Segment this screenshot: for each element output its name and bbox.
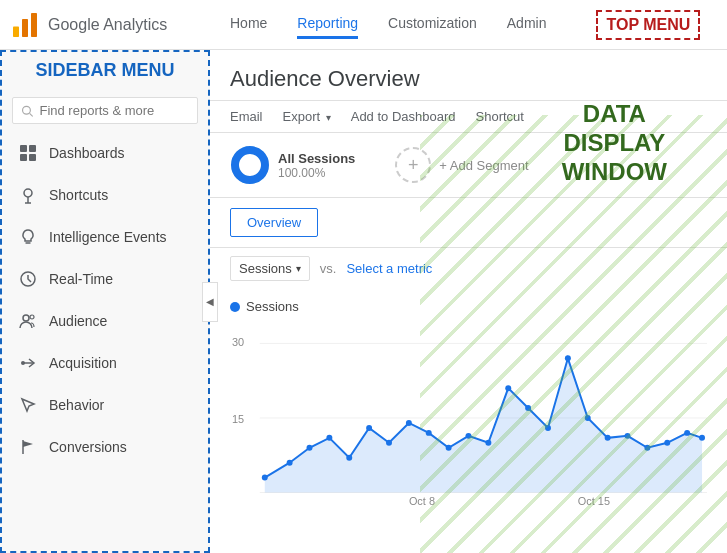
chart-area: Sessions 30 15 Oct 8 Oct 15 xyxy=(210,289,727,508)
sidebar-item-audience[interactable]: Audience xyxy=(2,300,208,342)
flag-icon xyxy=(17,436,39,458)
svg-line-4 xyxy=(30,113,33,116)
chart-legend-label: Sessions xyxy=(246,299,299,314)
header: Google Analytics Home Reporting Customiz… xyxy=(0,0,727,50)
svg-point-39 xyxy=(505,385,511,391)
svg-point-47 xyxy=(664,440,670,446)
sidebar-item-acquisition[interactable]: Acquisition xyxy=(2,342,208,384)
tab-overview[interactable]: Overview xyxy=(230,208,318,237)
segment-info: All Sessions 100.00% xyxy=(278,151,355,180)
nav-customization[interactable]: Customization xyxy=(388,10,477,39)
add-segment-button[interactable]: + + Add Segment xyxy=(395,147,528,183)
sidebar-item-label-acquisition: Acquisition xyxy=(49,355,117,371)
svg-point-15 xyxy=(30,315,34,319)
sessions-metric-select[interactable]: Sessions ▾ xyxy=(230,256,310,281)
nav-admin[interactable]: Admin xyxy=(507,10,547,39)
sidebar-item-shortcuts[interactable]: Shortcuts xyxy=(2,174,208,216)
logo-area: Google Analytics xyxy=(10,10,220,40)
sidebar-item-label-behavior: Behavior xyxy=(49,397,104,413)
svg-point-14 xyxy=(23,315,29,321)
select-metric-link[interactable]: Select a metric xyxy=(346,261,432,276)
export-dropdown-arrow: ▾ xyxy=(326,112,331,123)
sidebar-item-label-audience: Audience xyxy=(49,313,107,329)
action-shortcut[interactable]: Shortcut xyxy=(476,109,524,124)
svg-point-40 xyxy=(525,405,531,411)
sidebar-item-label-intelligence: Intelligence Events xyxy=(49,229,167,245)
svg-point-38 xyxy=(485,440,491,446)
svg-text:Oct 15: Oct 15 xyxy=(578,495,610,507)
sidebar-item-label-dashboards: Dashboards xyxy=(49,145,125,161)
svg-point-49 xyxy=(699,435,705,441)
people-icon xyxy=(17,310,39,332)
svg-rect-6 xyxy=(29,145,36,152)
svg-point-27 xyxy=(262,475,268,481)
svg-point-45 xyxy=(625,433,631,439)
sidebar: SIDEBAR MENU Dashboards xyxy=(0,50,210,553)
page-title: Audience Overview xyxy=(210,50,727,101)
add-segment-label: + Add Segment xyxy=(439,158,528,173)
legend-dot-sessions xyxy=(230,302,240,312)
nav-home[interactable]: Home xyxy=(230,10,267,39)
bulb-icon xyxy=(17,226,39,248)
sidebar-item-label-conversions: Conversions xyxy=(49,439,127,455)
sidebar-collapse-arrow[interactable]: ◀ xyxy=(202,282,218,322)
sidebar-item-label-realtime: Real-Time xyxy=(49,271,113,287)
svg-point-43 xyxy=(585,415,591,421)
grid-icon xyxy=(17,142,39,164)
arrow-right-icon xyxy=(17,352,39,374)
action-add-to-dashboard[interactable]: Add to Dashboard xyxy=(351,109,456,124)
cursor-icon xyxy=(17,394,39,416)
top-nav: Home Reporting Customization Admin TOP M… xyxy=(220,10,717,40)
metric-bar: Sessions ▾ vs. Select a metric xyxy=(210,248,727,289)
svg-rect-5 xyxy=(20,145,27,152)
svg-point-33 xyxy=(386,440,392,446)
sidebar-item-label-shortcuts: Shortcuts xyxy=(49,187,108,203)
svg-point-31 xyxy=(346,455,352,461)
svg-point-29 xyxy=(307,445,313,451)
data-display-window-label: DATA DISPLAY WINDOW xyxy=(562,100,667,186)
sidebar-item-realtime[interactable]: Real-Time xyxy=(2,258,208,300)
svg-point-9 xyxy=(24,189,32,197)
main-area: SIDEBAR MENU Dashboards xyxy=(0,50,727,553)
svg-text:30: 30 xyxy=(232,336,244,348)
nav-reporting[interactable]: Reporting xyxy=(297,10,358,39)
svg-rect-0 xyxy=(13,26,19,37)
vs-label: vs. xyxy=(320,261,337,276)
svg-point-19 xyxy=(235,150,265,180)
svg-point-37 xyxy=(466,433,472,439)
segment-name: All Sessions xyxy=(278,151,355,166)
svg-rect-2 xyxy=(31,13,37,37)
svg-point-28 xyxy=(287,460,293,466)
logo-text: Google Analytics xyxy=(48,16,167,34)
sessions-chart: 30 15 Oct 8 Oct 15 xyxy=(230,318,707,508)
chart-legend: Sessions xyxy=(230,299,707,314)
pin-icon xyxy=(17,184,39,206)
svg-point-3 xyxy=(23,106,31,114)
chart-container: 30 15 Oct 8 Oct 15 xyxy=(230,318,707,508)
svg-point-34 xyxy=(406,420,412,426)
sidebar-item-conversions[interactable]: Conversions xyxy=(2,426,208,468)
donut-chart-all-sessions xyxy=(230,145,270,185)
search-input[interactable] xyxy=(39,103,189,118)
metric-dropdown-arrow: ▾ xyxy=(296,263,301,274)
sidebar-item-dashboards[interactable]: Dashboards xyxy=(2,132,208,174)
svg-point-36 xyxy=(446,445,452,451)
svg-rect-1 xyxy=(22,19,28,37)
svg-point-16 xyxy=(21,361,25,365)
svg-point-41 xyxy=(545,425,551,431)
svg-rect-7 xyxy=(20,154,27,161)
svg-rect-8 xyxy=(29,154,36,161)
sidebar-item-behavior[interactable]: Behavior xyxy=(2,384,208,426)
content-area: Audience Overview Email Export ▾ Add to … xyxy=(210,50,727,553)
svg-text:Oct 8: Oct 8 xyxy=(409,495,435,507)
svg-point-46 xyxy=(644,445,650,451)
sidebar-item-intelligence-events[interactable]: Intelligence Events xyxy=(2,216,208,258)
action-export[interactable]: Export ▾ xyxy=(283,109,331,124)
clock-icon xyxy=(17,268,39,290)
search-bar[interactable] xyxy=(12,97,198,124)
add-segment-circle-icon: + xyxy=(395,147,431,183)
svg-point-35 xyxy=(426,430,432,436)
svg-point-30 xyxy=(326,435,332,441)
svg-text:15: 15 xyxy=(232,413,244,425)
action-email[interactable]: Email xyxy=(230,109,263,124)
